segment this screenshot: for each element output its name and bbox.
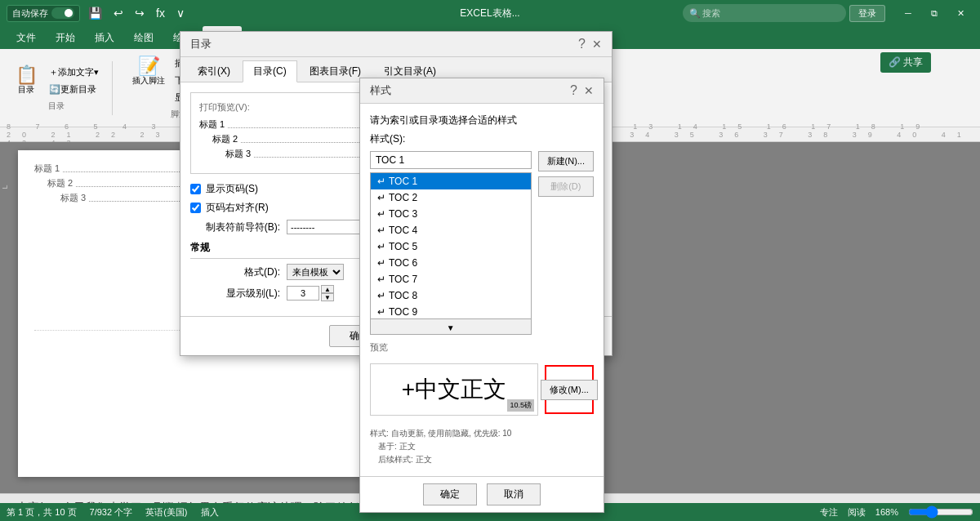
label-toc8: TOC 8 [389,290,417,301]
tab-file[interactable]: 文件 [7,26,46,49]
more-icon[interactable]: ∨ [173,5,188,21]
style-info-line1: 样式: 自动更新, 使用前隐藏, 优先级: 10 [370,427,594,440]
bullet-toc6: ↵ [377,257,385,269]
style-list[interactable]: ↵ TOC 1 ↵ TOC 2 ↵ TOC 3 ↵ TOC 4 [370,172,532,319]
style-dialog-controls: ? ✕ [570,83,594,98]
new-style-button[interactable]: 新建(N)... [538,151,594,171]
style-item-toc2[interactable]: ↵ TOC 2 [371,189,531,206]
style-item-toc4[interactable]: ↵ TOC 4 [371,222,531,238]
auto-save-label: 自动保存 [12,7,48,20]
preview-section: 预览 +中文正文 10.5磅 修改(M)... [370,341,594,422]
tab-draw1[interactable]: 绘图 [124,26,163,49]
style-item-toc6[interactable]: ↵ TOC 6 [371,255,531,271]
toc-button[interactable]: 📋 目录 [10,65,42,97]
tab-leader-label: 制表符前导符(B): [190,220,280,234]
bullet-toc3: ↵ [377,208,385,220]
level-up-button[interactable]: ▲ [321,285,334,293]
toc-icon: 📋 [16,66,38,84]
style-item-toc8[interactable]: ↵ TOC 8 [371,287,531,304]
add-text-label: 添加文字▾ [58,66,99,78]
word-count: 7/932 个字 [90,506,133,519]
edit-mode: 插入 [201,506,219,519]
style-item-toc9[interactable]: ↵ TOC 9 [371,304,531,319]
delete-style-button[interactable]: 删除(D) [538,176,594,197]
zoom-slider[interactable] [908,505,973,519]
tab-toc[interactable]: 目录(C) [243,60,297,82]
style-help-button[interactable]: ? [570,83,577,98]
style-row: ↵ TOC 1 ↵ TOC 2 ↵ TOC 3 ↵ TOC 4 [370,151,594,335]
right-align-label: 页码右对齐(R) [206,201,269,215]
toc-dialog-titlebar: 目录 ? ✕ [180,32,612,57]
preview-label-style: 预览 [370,341,594,354]
search-input[interactable] [683,4,846,22]
label-toc1: TOC 1 [389,176,417,187]
close-button[interactable]: ✕ [947,4,973,22]
tab-insert[interactable]: 插入 [85,26,124,49]
undo-icon[interactable]: ↩ [110,5,127,21]
title-bar: 自动保存 💾 ↩ ↪ fx ∨ EXCEL表格... 🔍 登录 ─ ⧉ ✕ [0,0,980,26]
style-item-toc5[interactable]: ↵ TOC 5 [371,238,531,255]
style-item-toc3[interactable]: ↵ TOC 3 [371,206,531,222]
style-dialog-title: 样式 [370,83,391,98]
toc-help-button[interactable]: ? [578,37,586,51]
label-toc2: TOC 2 [389,192,417,203]
style-item-toc7[interactable]: ↵ TOC 7 [371,271,531,287]
toc-group-label: 目录 [48,100,65,112]
file-name: EXCEL表格... [460,7,519,20]
login-button[interactable]: 登录 [849,5,885,22]
add-text-button[interactable]: ＋ 添加文字▾ [46,65,102,80]
level-down-button[interactable]: ▼ [321,293,334,301]
level-spin-buttons: ▲ ▼ [321,285,334,301]
style-cancel-button[interactable]: 取消 [487,483,541,505]
bullet-toc5: ↵ [377,241,385,252]
save-icon[interactable]: 💾 [85,5,105,21]
auto-save[interactable]: 自动保存 [7,5,80,22]
formula-icon[interactable]: fx [153,5,168,21]
insert-footnote-button[interactable]: 📝 插入脚注 [129,56,168,88]
list-scroll-down[interactable]: ▼ [370,319,532,335]
label-toc3: TOC 3 [389,208,417,220]
format-select[interactable]: 来自模板 [287,264,344,280]
style-list-label: 样式(S): [370,132,594,146]
style-confirm-button[interactable]: 确定 [423,483,477,505]
restore-button[interactable]: ⧉ [921,4,947,22]
style-info: 样式: 自动更新, 使用前隐藏, 优先级: 10 基于: 正文 后续样式: 正文 [370,427,594,466]
bullet-toc2: ↵ [377,192,385,203]
show-page-num-checkbox[interactable] [190,184,201,194]
style-name-input[interactable] [370,151,532,169]
level-spin: ▲ ▼ [287,285,334,301]
bullet-toc1: ↵ [377,176,385,187]
read-mode[interactable]: 阅读 [848,506,866,519]
style-dialog-body: 请为索引或目录项选择合适的样式 样式(S): ↵ TOC 1 ↵ TOC 2 ↵ [360,104,604,476]
title-bar-right: 🔍 登录 ─ ⧉ ✕ [683,4,973,22]
bullet-toc9: ↵ [377,306,385,318]
toc-dialog-controls: ? ✕ [578,37,602,51]
level-label: 显示级别(L): [190,287,280,301]
toc-buttons: 📋 目录 ＋ 添加文字▾ 🔄 更新目录 [10,65,102,97]
status-right: 专注 阅读 168% [820,505,973,519]
auto-save-toggle[interactable] [51,7,74,19]
zoom-level: 168% [875,507,898,517]
modify-style-button[interactable]: 修改(M)... [541,380,598,400]
language: 英语(美国) [145,506,187,519]
update-toc-button[interactable]: 🔄 更新目录 [46,82,102,97]
share-button[interactable]: 🔗 共享 [880,52,931,73]
level-input[interactable] [287,286,319,301]
search-icon: 🔍 [689,8,701,19]
tab-home[interactable]: 开始 [46,26,85,49]
style-item-toc1[interactable]: ↵ TOC 1 [371,173,531,189]
minimize-button[interactable]: ─ [895,4,921,22]
toc-close-button[interactable]: ✕ [592,38,602,51]
footnote-icon: 📝 [138,57,160,75]
style-close-button[interactable]: ✕ [584,84,594,97]
label-toc6: TOC 6 [389,257,417,269]
focus-mode[interactable]: 专注 [820,506,838,519]
ribbon-group-toc: 📋 目录 ＋ 添加文字▾ 🔄 更新目录 目录 [7,61,113,115]
redo-icon[interactable]: ↪ [131,5,148,21]
window-controls: ─ ⧉ ✕ [895,4,973,22]
right-align-checkbox[interactable] [190,203,201,213]
style-prompt: 请为索引或目录项选择合适的样式 [370,114,594,127]
toc-btn-label: 目录 [18,84,34,96]
tab-index[interactable]: 索引(X) [187,60,241,82]
style-info-line2: 基于: 正文 [370,440,594,453]
